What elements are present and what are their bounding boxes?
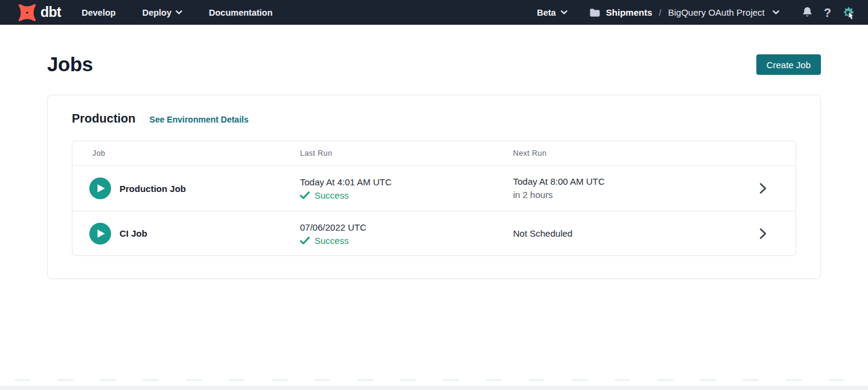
next-run-relative: in 2 hours xyxy=(513,189,730,201)
row-open-cell xyxy=(730,182,796,194)
top-nav: dbt Develop Deploy Documentation Beta Sh… xyxy=(0,0,868,25)
last-run-cell: Today At 4:01 AM UTC Success xyxy=(280,176,493,200)
next-run-time: Today At 8:00 AM UTC xyxy=(513,176,730,188)
bottom-dashed-divider xyxy=(0,379,868,385)
run-job-play-button[interactable] xyxy=(89,223,111,245)
job-cell: Production Job xyxy=(72,177,280,199)
project-name[interactable]: BigQuery OAuth Project xyxy=(668,7,765,18)
chevron-down-icon[interactable] xyxy=(773,10,779,14)
environment-name: Production xyxy=(72,112,136,126)
page-title: Jobs xyxy=(47,53,93,76)
status-text: Success xyxy=(314,235,349,246)
last-run-status: Success xyxy=(300,235,493,246)
nav-item-documentation[interactable]: Documentation xyxy=(209,8,273,18)
breadcrumb-separator: / xyxy=(658,7,663,18)
notifications-bell-icon[interactable] xyxy=(801,6,814,19)
dbt-logo-text: dbt xyxy=(40,4,61,21)
job-name[interactable]: Production Job xyxy=(120,184,186,194)
success-check-icon xyxy=(300,237,310,245)
environment-details-link[interactable]: See Environment Details xyxy=(150,115,249,124)
last-run-time: 07/06/2022 UTC xyxy=(300,222,493,234)
jobs-table: Job Last Run Next Run Production Job Tod… xyxy=(72,141,796,256)
nav-item-develop[interactable]: Develop xyxy=(81,8,115,18)
title-row: Jobs Create Job xyxy=(47,53,821,76)
create-job-button[interactable]: Create Job xyxy=(756,54,821,75)
nav-icon-group: ? xyxy=(801,6,855,19)
environment-header: Production See Environment Details xyxy=(72,112,796,126)
table-row-ci-job[interactable]: CI Job 07/06/2022 UTC Success Not Schedu… xyxy=(72,211,796,255)
chevron-down-icon xyxy=(176,10,182,14)
nav-item-documentation-label: Documentation xyxy=(209,8,273,18)
column-header-job: Job xyxy=(72,149,280,158)
environment-card: Production See Environment Details Job L… xyxy=(47,95,821,279)
next-run-cell: Today At 8:00 AM UTC in 2 hours xyxy=(493,176,730,201)
column-header-next-run: Next Run xyxy=(493,149,730,158)
dbt-logo[interactable]: dbt xyxy=(18,4,61,22)
job-name[interactable]: CI Job xyxy=(120,228,147,238)
beta-dropdown[interactable]: Beta xyxy=(537,8,567,18)
play-icon xyxy=(97,229,106,238)
run-job-play-button[interactable] xyxy=(89,177,111,199)
play-icon xyxy=(97,184,106,193)
main-content: Jobs Create Job Production See Environme… xyxy=(0,53,868,279)
dbt-logo-icon xyxy=(18,4,36,22)
nav-item-deploy[interactable]: Deploy xyxy=(142,8,182,18)
status-text: Success xyxy=(314,190,349,200)
next-run-time: Not Scheduled xyxy=(513,228,730,240)
help-icon[interactable]: ? xyxy=(824,7,831,19)
folder-icon xyxy=(589,8,601,18)
table-row-production-job[interactable]: Production Job Today At 4:01 AM UTC Succ… xyxy=(72,166,796,211)
primary-nav: Develop Deploy Documentation xyxy=(81,8,272,18)
next-run-cell: Not Scheduled xyxy=(493,228,730,240)
row-open-cell xyxy=(730,228,796,240)
success-check-icon xyxy=(300,191,310,199)
chevron-right-icon[interactable] xyxy=(759,228,767,240)
chevron-right-icon[interactable] xyxy=(759,182,767,194)
table-header-row: Job Last Run Next Run xyxy=(72,141,796,166)
last-run-cell: 07/06/2022 UTC Success xyxy=(280,222,493,246)
job-cell: CI Job xyxy=(72,223,280,245)
settings-gear-icon[interactable] xyxy=(841,6,855,19)
bottom-strip xyxy=(0,386,868,390)
beta-label: Beta xyxy=(537,8,555,18)
nav-item-deploy-label: Deploy xyxy=(142,8,171,18)
nav-item-develop-label: Develop xyxy=(81,8,115,18)
project-breadcrumb: Shipments / BigQuery OAuth Project xyxy=(589,7,779,18)
column-header-last-run: Last Run xyxy=(280,149,493,158)
nav-right: Beta Shipments / BigQuery OAuth Project … xyxy=(537,6,855,19)
chevron-down-icon xyxy=(561,10,567,14)
last-run-time: Today At 4:01 AM UTC xyxy=(300,176,493,188)
last-run-status: Success xyxy=(300,190,493,200)
account-name[interactable]: Shipments xyxy=(606,7,653,18)
